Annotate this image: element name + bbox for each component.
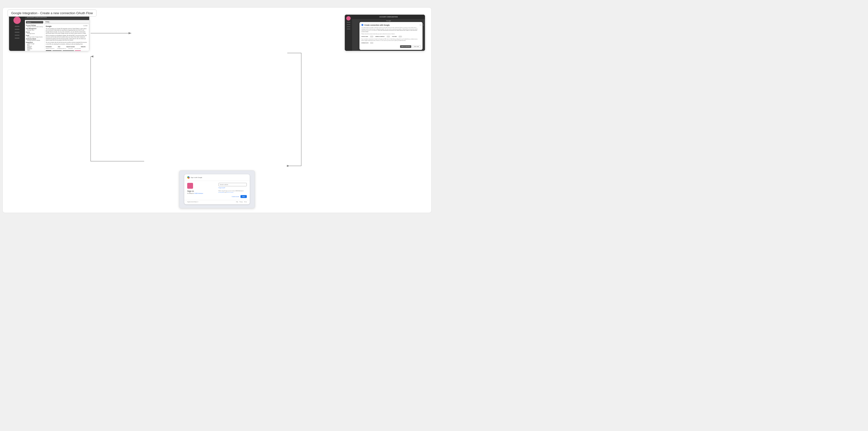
- col-adwords: Adwords: [81, 46, 86, 48]
- nav-integrations-title: Integrations: [26, 41, 43, 43]
- service-youtube-label: YOUTUBE: [392, 36, 397, 37]
- footer-privacy-link[interactable]: Privacy: [240, 201, 243, 203]
- signin-header-label: Sign in with Google: [191, 177, 202, 178]
- sidebar-icon-5: [15, 38, 20, 39]
- app-logo: [13, 17, 21, 24]
- modal-buttons: CREATE EDIT SITE URLS EDIT AD ACCOUNTS R…: [46, 50, 88, 51]
- nav-user-mgmt: User Management Manage Users: [26, 28, 43, 31]
- email-phone-input[interactable]: [218, 183, 247, 186]
- footer-terms-link[interactable]: Terms: [244, 201, 247, 203]
- title-text: Google Integration - Create a new connec…: [11, 11, 93, 15]
- cc-doubleclick-row: DOUBLECLICK: [362, 42, 421, 44]
- save-continue-button[interactable]: SAVE & CONTINUE: [400, 45, 411, 48]
- nav-attribution-models: Manage Attribution Models: [26, 40, 43, 41]
- modal-para1: You can manage your Google API integrati…: [46, 28, 88, 34]
- cc-para2: Please select the services below that yo…: [362, 33, 421, 35]
- nav-user-mgmt-title: User Management: [26, 28, 43, 29]
- language-chevron: ▾: [198, 201, 198, 203]
- cc-doubleclick-para: If you created a connection to Cubed via…: [362, 38, 421, 41]
- create-account-button[interactable]: Create account: [232, 195, 239, 198]
- adwords-label: Adwords: [419, 25, 424, 26]
- cc-google-icon: [362, 24, 363, 26]
- signin-header: Sign in with Google: [184, 174, 250, 181]
- signin-actions: Create account Next: [218, 195, 247, 198]
- next-button[interactable]: Next: [241, 195, 247, 198]
- doubleclick-toggle[interactable]: [370, 42, 373, 44]
- screenshot2-topbar-text: ACCOUNT CONFIGURATION: [354, 16, 423, 18]
- service-google-ads-label: GOOGLE ADS: [362, 36, 368, 37]
- nav-attribution: Attribution Model Manage Attribution Mod…: [26, 38, 43, 41]
- search-console-toggle[interactable]: [386, 36, 390, 37]
- google-g-logo: [187, 176, 190, 179]
- col-connection: Connection: [46, 46, 52, 48]
- footer-links: Help Privacy Terms: [236, 201, 247, 203]
- signin-footer: English (United States) ▾ Help Privacy T…: [184, 200, 250, 204]
- nav-account-settings: Account Settings Manage Timezone and Cur…: [26, 25, 43, 27]
- row-user: example@email.com: [57, 48, 66, 49]
- remove-button[interactable]: REMOVE: [75, 50, 81, 51]
- create-button[interactable]: CREATE: [46, 50, 52, 51]
- signin-body: Sign in to continue to CUBED Attribution…: [184, 181, 250, 200]
- privacy-text: Before using this app, you can review CU…: [218, 190, 247, 193]
- signin-title: Sign in: [187, 190, 216, 192]
- modal-title: Google: [46, 25, 88, 27]
- nav-goals: Goals Manage Goals & Assign Events: [26, 35, 43, 38]
- nav-manage-events: Manage Events: [26, 33, 43, 34]
- nav-events-title: Events: [26, 31, 43, 33]
- cubed-attribution-link[interactable]: CUBED Attribution: [194, 193, 203, 194]
- cc-modal-title: Create connection with Google.: [362, 24, 421, 26]
- topbar-text: ACCOUNT CONFIGURATION: [27, 17, 47, 18]
- screenshot2-main: ACCOUNT CONFIGURATION Google Create conn…: [352, 15, 425, 51]
- main-container: Google Integration - Create a new connec…: [2, 7, 432, 213]
- language-selector[interactable]: English (United States) ▾: [187, 201, 198, 203]
- sidebar-icon-4: [15, 35, 20, 36]
- nav-esales: eSales: [26, 51, 43, 51]
- screenshot-2: ACCOUNT CONFIGURATION Google Create conn…: [345, 14, 425, 51]
- stay-here-button[interactable]: STAY HERE: [412, 45, 421, 48]
- cc-para1: You will be taken to Google to authorize…: [362, 27, 421, 32]
- edit-site-urls-button[interactable]: EDIT SITE URLS: [52, 50, 62, 51]
- row-search-console: connected: [68, 48, 72, 49]
- google-logo-row: Sign in with Google: [187, 176, 247, 179]
- create-connection-modal: Create connection with Google. You will …: [360, 22, 423, 50]
- nav-manage-users: Manage Users: [26, 30, 43, 31]
- modal-para3: You can re-import site urls and ad accou…: [46, 42, 88, 45]
- sidebar-icons: [9, 26, 25, 39]
- modal-table-row: Sample Connection... example@email.com c…: [46, 48, 88, 49]
- nav-goals-title: Goals: [26, 35, 43, 36]
- screenshot-1: ACCOUNT CONFIGURATION Search... Account …: [9, 14, 89, 51]
- row-connection: Sample Connection...: [46, 48, 55, 49]
- row-adwords: not connected: [74, 48, 81, 49]
- nav-attribution-title: Attribution Model: [26, 38, 43, 40]
- signin-left: Sign in to continue to CUBED Attribution: [187, 183, 216, 198]
- modal-table-header: Connection User Search Console Adwords: [46, 46, 88, 48]
- footer-help-link[interactable]: Help: [236, 201, 238, 203]
- title-bar: Google Integration - Create a new connec…: [7, 9, 96, 17]
- youtube-toggle[interactable]: [399, 36, 402, 37]
- screenshot-3: Sign in with Google Sign in to continue …: [179, 171, 255, 208]
- signin-right: Forgot email? Before using this app, you…: [218, 183, 247, 198]
- nav-account-settings-title: Account Settings: [26, 25, 43, 26]
- google-ads-toggle[interactable]: [370, 36, 373, 37]
- terms-of-service-link[interactable]: terms of service: [226, 192, 234, 193]
- sidebar-icon-3: [15, 32, 20, 33]
- service-search-console-label: SEARCH CONSOLE: [375, 36, 385, 37]
- col-user: User: [58, 46, 60, 48]
- nav-manage-goals: Manage Goals & Assign Events: [26, 36, 43, 38]
- nav-timezone: Manage Timezone and Currency: [26, 26, 43, 27]
- edit-ad-accounts-button[interactable]: EDIT AD ACCOUNTS: [63, 50, 74, 51]
- sidebar-icon-2: [15, 29, 20, 30]
- signin-subtitle: to continue to CUBED Attribution: [187, 193, 216, 194]
- modal-close-button[interactable]: CLOSE: [83, 25, 88, 26]
- app-sidebar: [9, 15, 25, 51]
- col-search-console: Search Console: [66, 46, 75, 48]
- screenshot2-sidebar: [345, 15, 352, 51]
- nav-integrations: Integrations Unified Google Bing Faceboo…: [26, 41, 43, 51]
- nav-events: Events Manage Events: [26, 31, 43, 34]
- app-main: ACCOUNT CONFIGURATION Search... Account …: [25, 15, 89, 51]
- cubed-logo: [187, 183, 193, 189]
- signin-container: Sign in with Google Sign in to continue …: [184, 174, 250, 204]
- privacy-policy-link[interactable]: privacy policy: [218, 192, 224, 193]
- forgot-email-link[interactable]: Forgot email?: [218, 187, 247, 188]
- screenshot2-topbar: ACCOUNT CONFIGURATION: [352, 15, 425, 19]
